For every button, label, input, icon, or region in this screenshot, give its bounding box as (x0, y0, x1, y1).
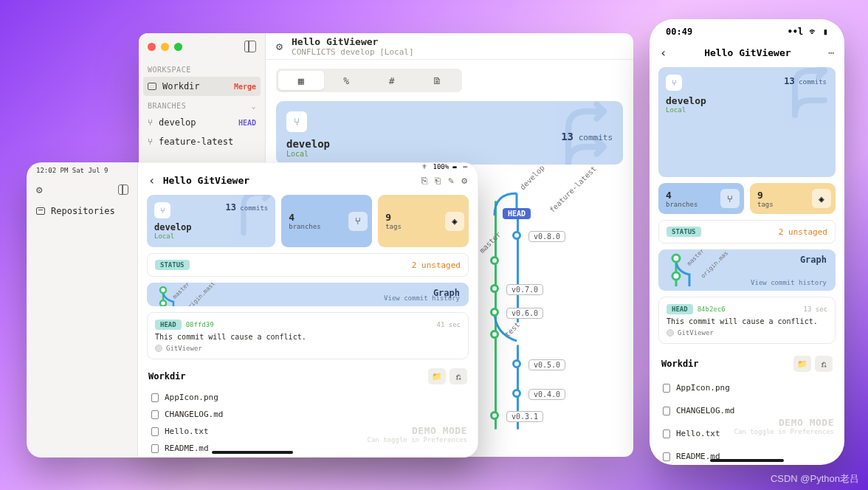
inbox-icon[interactable]: ⎘ (421, 175, 427, 186)
ipad-status-bar: 12:02 PM Sat Jul 9 (27, 163, 137, 178)
tag[interactable]: v0.4.0 (528, 389, 565, 400)
back-icon[interactable]: ‹ (148, 173, 156, 187)
file-row[interactable]: README.md (658, 448, 836, 465)
back-icon[interactable]: ‹ (660, 46, 667, 60)
more-icon[interactable]: ⋯ (464, 163, 467, 170)
graph-card[interactable]: master origin.mas Graph View commit hist… (658, 249, 836, 291)
time: 00:49 (666, 27, 692, 37)
gear-icon[interactable]: ⚙︎ (461, 175, 467, 186)
diff-icon[interactable]: ⎌ (815, 356, 833, 372)
wifi-icon: ᯤ (422, 163, 429, 170)
graph-card[interactable]: master origin.mast Graph View commit his… (147, 283, 469, 306)
gear-icon[interactable]: ⚙︎ (276, 40, 283, 53)
commit-message: This commit will cause a conflict. (666, 317, 827, 325)
workspace-label: WORKSPACE (139, 60, 265, 77)
branches-section[interactable]: BRANCHES ⌄ (139, 96, 265, 113)
ipad-status-right: ᯤ 100% ▬ ⋯ (138, 163, 478, 170)
workdir-title: Workdir (661, 359, 699, 369)
tag[interactable]: v0.3.1 (506, 411, 543, 422)
branches-label: BRANCHES (148, 102, 186, 110)
app-subtitle: CONFLICTS develop [Local] (292, 47, 414, 57)
outbox-icon[interactable]: ⎗ (435, 175, 441, 186)
ipad-sidebar: 12:02 PM Sat Jul 9 ⚙︎ Repositories (27, 163, 138, 457)
develop-card[interactable]: ⑂ develop Local 13 commits (658, 67, 836, 177)
tag[interactable]: v0.5.0 (528, 359, 565, 370)
diff-icon[interactable]: ⎌ (450, 368, 467, 384)
commit-hash: 08ffd39 (186, 321, 214, 328)
status-icons: ••l ᯤ ▮ (788, 27, 828, 37)
sidebar-branch-feature[interactable]: ⑂ feature-latest (139, 132, 265, 151)
tags-card[interactable]: 9 tags ◈ (378, 195, 469, 247)
minimize-icon[interactable] (161, 43, 169, 51)
avatar-icon (155, 345, 162, 352)
close-icon[interactable] (148, 43, 156, 51)
sidebar-branch-develop[interactable]: ⑂ develop HEAD (139, 113, 265, 132)
head-pill: HEAD (155, 320, 182, 330)
avatar-icon (666, 329, 674, 337)
status-card[interactable]: STATUS 2 unstaged (658, 220, 836, 244)
iphone-window: 00:49 ••l ᯤ ▮ ‹ Hello GitViewer ⋯ ⑂ deve… (650, 19, 844, 465)
branches-card[interactable]: 4 branches ⑂ (281, 195, 372, 247)
workdir-title: Workdir (148, 371, 186, 382)
tag[interactable]: v0.6.0 (506, 308, 543, 319)
edit-icon[interactable]: ✎ (448, 175, 454, 186)
graph-title: Graph (800, 255, 827, 265)
seg-file[interactable]: 🗎 (415, 71, 461, 90)
branch-name: develop (159, 117, 196, 128)
commit-card[interactable]: HEAD 84b2ec6 13 sec This commit will cau… (658, 297, 836, 344)
head-marker: HEAD (503, 208, 531, 219)
unstaged-count: 2 unstaged (412, 260, 461, 270)
gear-icon[interactable]: ⚙︎ (36, 184, 42, 196)
merge-badge: Merge (234, 83, 256, 91)
commit-author: GitViewer (666, 329, 827, 337)
branch-icon: ⑂ (720, 189, 740, 208)
seg-percent[interactable]: % (324, 71, 370, 90)
svg-point-0 (160, 287, 166, 293)
tag[interactable]: v0.8.0 (528, 231, 565, 242)
zoom-icon[interactable] (174, 43, 182, 51)
status-card[interactable]: STATUS 2 unstaged (147, 253, 469, 277)
file-icon (151, 393, 159, 402)
file-row[interactable]: CHANGELOG.md (138, 406, 478, 423)
watermark: CSDN @Python老吕 (771, 472, 859, 486)
develop-card[interactable]: ⑂ develop Local 13 commits (147, 195, 275, 247)
sidebar-item-workdir[interactable]: Workdir Merge (143, 77, 261, 96)
iphone-header: ‹ Hello GitViewer ⋯ (650, 44, 844, 67)
branch-icon: ⑂ (148, 117, 153, 128)
tags-card[interactable]: 9 tags ◈ (750, 183, 836, 214)
branches-card[interactable]: 4 branches ⑂ (658, 183, 744, 214)
workdir-icon (148, 83, 156, 90)
seg-hash[interactable]: # (369, 71, 415, 90)
file-icon (151, 427, 159, 436)
svg-point-3 (672, 272, 680, 280)
branch-icon: ⑂ (348, 212, 368, 231)
demo-badge: DEMO MODE Can toggle in Preferences (734, 417, 834, 435)
file-row[interactable]: AppIcon.png (658, 379, 836, 396)
workdir-header: Workdir 📁 ⎌ (658, 350, 836, 373)
tag[interactable]: v0.7.0 (506, 284, 543, 295)
battery-icon: ▬ (452, 163, 456, 170)
tag-icon: ◈ (445, 212, 464, 231)
branch-name: feature-latest (159, 137, 233, 147)
file-row[interactable]: AppIcon.png (138, 389, 478, 406)
head-pill: HEAD (666, 304, 693, 314)
branch-icon: ⑂ (666, 75, 682, 91)
iphone-status-bar: 00:49 ••l ᯤ ▮ (650, 19, 844, 44)
toggle-sidebar-icon[interactable] (118, 184, 128, 195)
file-icon (663, 384, 670, 393)
sidebar-item-repositories[interactable]: Repositories (27, 201, 137, 221)
page-title: Hello GitViewer (673, 47, 823, 58)
folder-icon[interactable]: 📁 (428, 368, 446, 384)
commit-card[interactable]: HEAD 08ffd39 41 sec This commit will cau… (147, 312, 469, 359)
more-icon[interactable]: ⋯ (828, 47, 834, 58)
commit-count: 13 commits (561, 131, 613, 142)
iphone-body: ⑂ develop Local 13 commits 4 branches ⑂ … (650, 67, 844, 465)
develop-card[interactable]: ⑂ develop Local 13 commits (276, 101, 623, 165)
home-indicator (212, 451, 293, 454)
mac-header: ⚙︎ Hello GitViewer CONFLICTS develop [Lo… (266, 33, 633, 60)
home-indicator (710, 459, 784, 462)
folder-icon[interactable]: 📁 (793, 356, 811, 372)
seg-grid[interactable]: ▦ (278, 71, 324, 90)
ipad-header: ‹ Hello GitViewer ⎘ ⎗ ✎ ⚙︎ (138, 170, 478, 195)
toggle-sidebar-icon[interactable] (244, 41, 256, 52)
